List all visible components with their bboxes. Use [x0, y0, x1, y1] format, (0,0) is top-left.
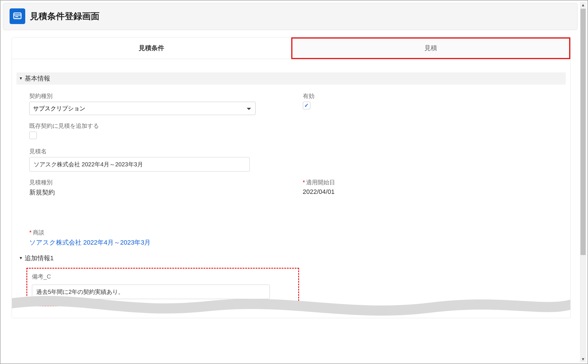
lower-area: *商談 ソアスク株式会社 2022年4月～2023年3月 ▼ 追加情報1 備考_…	[12, 229, 570, 306]
link-opportunity[interactable]: ソアスク株式会社 2022年4月～2023年3月	[29, 239, 151, 246]
field-quote-name: 見積名	[29, 148, 285, 172]
scroll-down-arrow-icon[interactable]: ▼	[580, 356, 586, 362]
basic-form-grid: 契約種別 サブスクリプション 有効 既存契約に見積を追加する	[12, 85, 570, 197]
field-contract-type: 契約種別 サブスクリプション	[29, 92, 285, 115]
tab-quote[interactable]: 見積	[291, 37, 571, 59]
tabs: 見積条件 見積	[12, 37, 570, 59]
section-extra1-label: 追加情報1	[25, 254, 54, 263]
value-start-date: 2022/04/01	[303, 188, 559, 196]
field-opportunity: *商談 ソアスク株式会社 2022年4月～2023年3月	[29, 229, 559, 247]
scroll-content: 見積条件登録画面 見積条件 見積 ▼ 基本情報 契約種別 サブスクリプション	[2, 2, 579, 362]
estimate-icon	[10, 8, 25, 24]
label-remarks: 備考_C	[32, 273, 294, 281]
page-title: 見積条件登録画面	[30, 10, 99, 22]
scroll-up-arrow-icon[interactable]: ▲	[580, 2, 586, 8]
form-card: 見積条件 見積 ▼ 基本情報 契約種別 サブスクリプション 有効	[12, 37, 571, 318]
field-add-existing: 既存契約に見積を追加する	[29, 122, 285, 141]
svg-rect-0	[14, 13, 21, 19]
caret-down-icon: ▼	[19, 76, 23, 81]
label-opportunity: *商談	[29, 229, 559, 236]
section-basic-info[interactable]: ▼ 基本情報	[17, 72, 566, 85]
checkbox-valid[interactable]	[303, 102, 310, 109]
viewport: 見積条件登録画面 見積条件 見積 ▼ 基本情報 契約種別 サブスクリプション	[0, 0, 588, 364]
value-quote-type: 新規契約	[29, 188, 285, 197]
highlight-remarks: 備考_C	[26, 268, 299, 306]
label-contract-type: 契約種別	[29, 92, 285, 100]
page-header: 見積条件登録画面	[3, 3, 578, 30]
section-basic-label: 基本情報	[25, 74, 50, 83]
label-add-existing: 既存契約に見積を追加する	[29, 122, 285, 130]
tab-quote-conditions[interactable]: 見積条件	[12, 37, 291, 59]
select-contract-type[interactable]: サブスクリプション	[29, 102, 256, 115]
label-valid: 有効	[303, 92, 559, 100]
caret-down-icon: ▼	[19, 256, 23, 260]
scroll-thumb[interactable]	[580, 9, 586, 255]
required-star-icon: *	[29, 229, 32, 236]
checkbox-add-existing[interactable]	[29, 132, 37, 139]
section-extra1[interactable]: ▼ 追加情報1	[17, 252, 571, 264]
label-start-date: *適用開始日	[303, 179, 559, 186]
field-quote-type: 見積種別 新規契約	[29, 179, 285, 197]
label-quote-name: 見積名	[29, 148, 285, 155]
field-valid: 有効	[303, 92, 559, 115]
required-star-icon: *	[303, 179, 305, 185]
vertical-scrollbar[interactable]: ▲ ▼	[580, 2, 586, 362]
field-start-date: *適用開始日 2022/04/01	[303, 179, 559, 197]
label-quote-type: 見積種別	[29, 179, 285, 186]
input-remarks[interactable]	[32, 285, 270, 299]
input-quote-name[interactable]	[29, 157, 250, 172]
